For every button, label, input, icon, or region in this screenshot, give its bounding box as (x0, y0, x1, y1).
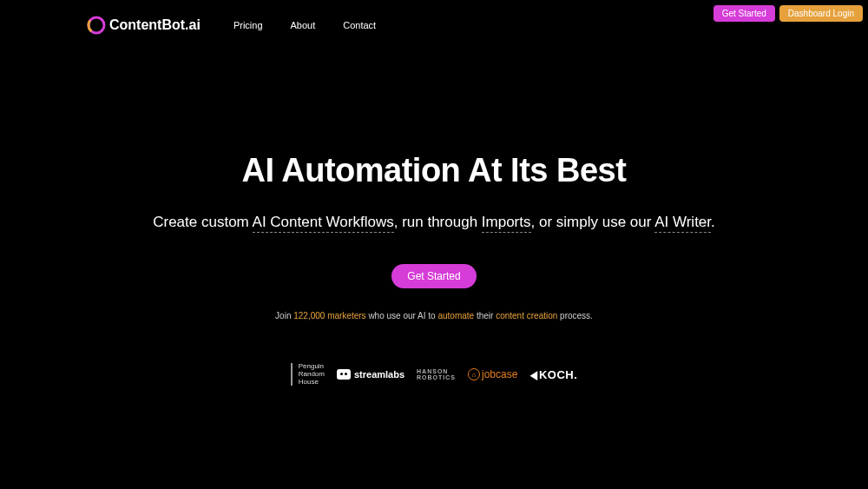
brand-jobcase: ⌂ jobcase (468, 368, 517, 380)
hero-sub-text-4: . (711, 214, 715, 230)
hero-title: AI Automation At Its Best (0, 152, 868, 189)
nav-bar: ContentBot.ai Pricing About Contact (87, 16, 376, 35)
get-started-hero-button[interactable]: Get Started (391, 264, 476, 288)
hanson-line-2: ROBOTICS (417, 374, 456, 380)
join-text-2: who use our AI to (366, 311, 438, 320)
dashboard-login-button[interactable]: Dashboard Login (779, 5, 863, 22)
hanson-line-1: HANSON (417, 368, 456, 374)
brand-hanson-robotics: HANSON ROBOTICS (417, 368, 456, 380)
nav-links: Pricing About Contact (233, 20, 376, 30)
logo-text: ContentBot.ai (109, 17, 201, 33)
jobcase-icon: ⌂ (468, 368, 480, 380)
join-text-4: process. (557, 311, 593, 320)
join-highlight-marketers: 122,000 marketers (293, 311, 365, 320)
link-imports[interactable]: Imports (482, 214, 531, 233)
join-line: Join 122,000 marketers who use our AI to… (0, 311, 868, 320)
brand-streamlabs: streamlabs (337, 369, 404, 380)
koch-text: KOCH (539, 368, 574, 381)
link-workflows[interactable]: AI Content Workflows (253, 214, 394, 233)
join-highlight-automate: automate (437, 311, 474, 320)
nav-about[interactable]: About (291, 20, 316, 30)
koch-icon: ◀ (530, 368, 537, 381)
hero-section: AI Automation At Its Best Create custom … (0, 152, 868, 288)
jobcase-text: jobcase (482, 368, 517, 380)
logo[interactable]: ContentBot.ai (87, 16, 201, 35)
logo-icon (87, 16, 106, 35)
hero-sub-text-3: , or simply use our (531, 214, 655, 230)
get-started-top-button[interactable]: Get Started (713, 5, 775, 22)
hero-cta-wrap: Get Started (0, 264, 868, 288)
prh-line-3: House (299, 379, 325, 387)
join-highlight-content: content creation (496, 311, 557, 320)
nav-contact[interactable]: Contact (343, 20, 376, 30)
hero-sub-text-1: Create custom (153, 214, 252, 230)
brand-koch: ◀KOCH. (529, 368, 577, 381)
koch-dot: . (574, 368, 577, 381)
brand-penguin-random-house: Penguin Random House (291, 363, 325, 386)
hero-sub-text-2: , run through (394, 214, 482, 230)
join-text-3: their (474, 311, 496, 320)
top-buttons: Get Started Dashboard Login (713, 5, 863, 22)
hero-subtitle: Create custom AI Content Workflows, run … (0, 214, 868, 231)
nav-pricing[interactable]: Pricing (233, 20, 263, 30)
streamlabs-icon (337, 369, 351, 380)
streamlabs-text: streamlabs (354, 369, 404, 380)
link-ai-writer[interactable]: AI Writer (654, 214, 711, 233)
brand-logos: Penguin Random House streamlabs HANSON R… (0, 363, 868, 386)
join-text-1: Join (275, 311, 293, 320)
